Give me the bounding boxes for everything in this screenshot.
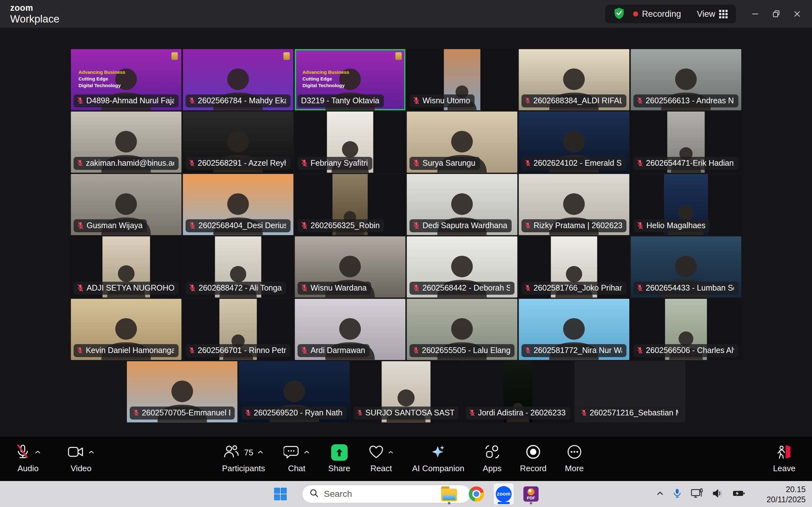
heart-icon <box>368 445 384 460</box>
participant-tile[interactable]: SURJO SANTOSA SASTRO... <box>351 361 461 422</box>
zoom-workplace-logo: zoom Workplace <box>10 4 59 24</box>
participant-tile[interactable]: Wisnu Wardana <box>295 236 405 297</box>
chat-options-chevron[interactable] <box>304 450 310 455</box>
chat-button[interactable]: Chat <box>284 444 310 473</box>
muted-mic-icon <box>469 409 475 417</box>
participant-tile[interactable]: Gusman Wijaya <box>71 174 182 235</box>
participant-tile[interactable]: Advancing BusinessCutting EdgeDigital Te… <box>71 49 182 110</box>
record-button[interactable]: Record <box>520 444 547 473</box>
video-options-chevron[interactable] <box>88 450 95 455</box>
participant-name: 2602571216_Sebastian Mi... <box>590 408 678 417</box>
apps-button[interactable]: Apps <box>483 444 502 473</box>
tray-battery-icon[interactable] <box>733 490 745 498</box>
more-button[interactable]: More <box>565 444 583 473</box>
participant-tile[interactable]: Rizky Pratama | 2602623264 <box>519 174 629 235</box>
participant-tile[interactable]: 2602568404_Desi Derius <box>183 174 293 235</box>
more-ellipsis-icon <box>567 444 582 461</box>
participant-tile[interactable]: 2602656325_Robin <box>295 174 405 235</box>
participant-name-label: 2602568442 - Deborah S <box>409 282 514 295</box>
restore-button[interactable] <box>766 4 786 24</box>
participant-tile[interactable]: 2602581772_Nira Nur Wali... <box>519 299 629 360</box>
participants-label: Participants <box>222 464 265 473</box>
participant-name-label: 2602566701 - Rinno Petra ... <box>186 344 291 357</box>
participant-tile[interactable]: 2602568442 - Deborah S <box>407 236 517 297</box>
tray-display-icon[interactable] <box>691 488 703 500</box>
start-button[interactable] <box>272 486 289 502</box>
taskbar-clock[interactable]: 20.15 20/11/2025 <box>767 484 806 504</box>
muted-mic-icon <box>77 97 84 105</box>
participant-name: 2602654433 - Lumban So... <box>646 283 734 292</box>
participant-tile[interactable]: 2602688384_ALDI RIFALDI ... <box>519 49 629 110</box>
participant-name-label: 2602568291 - Azzel Reyha... <box>186 157 291 170</box>
participant-tile[interactable]: Helio Magalhaes <box>630 174 741 235</box>
participant-name-label: 2602654433 - Lumban So... <box>633 282 739 295</box>
apps-label: Apps <box>483 464 502 473</box>
participant-tile[interactable]: Ardi Darmawan <box>295 299 405 360</box>
taskbar-file-explorer[interactable] <box>439 483 459 505</box>
participant-tile[interactable]: Advancing BusinessCutting EdgeDigital Te… <box>295 49 405 110</box>
participant-tile[interactable]: 2602566506 - Charles Alva <box>630 299 741 360</box>
participant-tile[interactable]: Jordi Adistira - 2602623314 <box>463 361 573 422</box>
leave-button[interactable]: Leave <box>773 444 796 473</box>
participant-name-label: Ardi Darmawan <box>298 344 369 357</box>
react-options-chevron[interactable] <box>388 450 394 455</box>
minimize-button[interactable] <box>745 4 766 24</box>
taskbar-chrome[interactable] <box>466 483 487 505</box>
participant-tile[interactable]: 2602569520 - Ryan Natha... <box>239 361 350 422</box>
ai-companion-button[interactable]: AI Companion <box>412 444 464 473</box>
participant-name-label: 2602569520 - Ryan Natha... <box>242 406 347 419</box>
participant-tile[interactable]: 2602654471-Erik Hadianto <box>630 112 741 173</box>
participant-tile[interactable]: 2602655505 - Lalu Elang ... <box>407 299 517 360</box>
security-shield-icon[interactable] <box>613 7 625 20</box>
record-label: Record <box>520 464 547 473</box>
participant-tile[interactable]: 2602624102 - Emerald Sha... <box>519 112 629 173</box>
participant-tile[interactable]: ADJI SETYA NUGROHO <box>71 236 182 297</box>
video-button[interactable]: Video <box>67 444 95 473</box>
participant-tile[interactable]: 2602568291 - Azzel Reyha... <box>183 112 293 173</box>
audio-label: Audio <box>17 464 39 473</box>
participant-tile[interactable]: 2602566613 - Andreas Nik... <box>630 49 741 110</box>
tray-microphone-icon[interactable] <box>673 488 681 500</box>
participant-tile[interactable]: Wisnu Utomo <box>407 49 517 110</box>
muted-mic-icon <box>189 284 196 292</box>
participants-button[interactable]: 75 Participants <box>222 444 265 473</box>
muted-mic-icon <box>637 284 643 292</box>
recording-indicator[interactable]: Recording <box>633 9 681 19</box>
muted-mic-icon <box>413 346 419 354</box>
participant-tile[interactable]: 2602571216_Sebastian Mi... <box>575 361 686 422</box>
participant-tile[interactable]: zakiman.hamid@binus.ac.id <box>71 112 182 173</box>
participant-tile[interactable]: 2602581766_Joko Prihanto... <box>519 236 629 297</box>
participant-tile[interactable]: Febriany Syafitri <box>295 112 405 173</box>
virtual-background-emblem <box>283 52 290 60</box>
participant-tile[interactable]: Surya Sarungu <box>407 112 517 173</box>
taskbar-zoom-active[interactable]: zoom <box>494 483 514 505</box>
participant-tile[interactable]: Dedi Saputra Wardhana <box>407 174 517 235</box>
participant-name-label: Rizky Pratama | 2602623264 <box>521 219 626 232</box>
participant-name: 2602688472 - Ali Tonga <box>199 283 282 292</box>
audio-options-chevron[interactable] <box>35 450 41 455</box>
taskbar-foxit-pdf[interactable]: PDF <box>521 483 541 505</box>
participant-name-label: 2602581772_Nira Nur Wali... <box>521 344 626 357</box>
share-button[interactable]: Share <box>328 444 350 473</box>
participant-tile[interactable]: Kevin Daniel Hamonangan... <box>71 299 182 360</box>
close-button[interactable] <box>786 4 808 24</box>
view-button[interactable]: View <box>697 9 728 19</box>
muted-mic-icon <box>525 222 531 229</box>
muted-mic-icon <box>189 97 195 105</box>
participant-tile[interactable]: 2602566784 - Mahdy Eka ... <box>183 49 293 110</box>
tray-speaker-icon[interactable] <box>712 489 723 499</box>
chat-bubble-icon <box>284 445 299 460</box>
participant-tile[interactable]: 2602566701 - Rinno Petra ... <box>183 299 293 360</box>
participant-tile[interactable]: 2602570705-Emmanuel Br... <box>127 361 238 422</box>
search-icon <box>309 488 319 500</box>
participant-name-label: Jordi Adistira - 2602623314 <box>466 406 571 419</box>
audio-button[interactable]: Audio <box>15 444 41 473</box>
participants-options-chevron[interactable] <box>257 450 264 455</box>
participant-tile[interactable]: 2602654433 - Lumban So... <box>630 236 741 297</box>
react-button[interactable]: React <box>368 444 394 473</box>
gallery-view: Advancing BusinessCutting EdgeDigital Te… <box>0 28 812 437</box>
gallery-row: Kevin Daniel Hamonangan...2602566701 - R… <box>71 299 741 360</box>
participant-tile[interactable]: 2602688472 - Ali Tonga <box>183 236 293 297</box>
tray-hidden-icons-chevron[interactable] <box>657 491 664 497</box>
participant-name-label: D4898-Ahmad Nurul Fajar <box>73 95 179 107</box>
